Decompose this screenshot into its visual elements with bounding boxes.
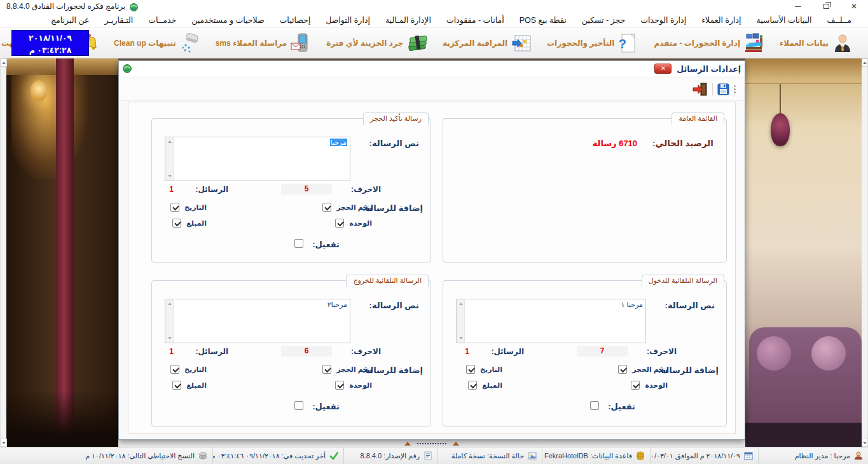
scroll-up-icon[interactable] — [862, 58, 868, 67]
menu-pos[interactable]: نقطة بيع POS — [512, 13, 574, 28]
textarea-scrollbar[interactable] — [165, 299, 174, 343]
checkbox-checked-icon[interactable] — [172, 381, 181, 390]
message-text-label: نص الرسالة: — [665, 301, 715, 310]
checkbox-checked-icon[interactable] — [170, 203, 179, 212]
minimize-button[interactable] — [784, 0, 812, 13]
enable-label: تفعيل: — [312, 402, 340, 411]
checkbox-checked-icon[interactable] — [170, 365, 179, 374]
message-textarea[interactable]: مرحبا٢ — [165, 299, 350, 343]
menu-statistics[interactable]: إحصائيات — [272, 13, 319, 28]
checkbox-checked-icon[interactable] — [618, 365, 627, 374]
scroll-up-icon[interactable] — [1, 58, 7, 67]
checkbox-date[interactable]: التاريخ — [466, 365, 502, 374]
scroll-down-icon[interactable] — [165, 334, 174, 342]
checkbox-booking-number[interactable]: رقم الحجز — [322, 365, 372, 374]
dialog-toolbar — [119, 79, 745, 100]
toolbar-sms-customers[interactable]: مراسلة العملاء sms — [216, 33, 311, 53]
save-button[interactable] — [717, 83, 729, 95]
restore-icon — [823, 4, 829, 9]
menu-units[interactable]: إدارة الوحدات — [633, 13, 694, 28]
checkbox-booking-number[interactable]: رقم الحجز — [322, 203, 372, 212]
toolbar-cleanup-alerts[interactable]: تنبيهات Clean up — [114, 33, 200, 53]
textarea-scrollbar[interactable] — [165, 137, 174, 181]
checkbox-booking-number[interactable]: رقم الحجز — [618, 365, 668, 374]
checkbox-amount[interactable]: المبلغ — [468, 381, 502, 390]
group-general-list: القائمة العامة الرصيد الحالي: 6710 رسالة — [443, 118, 727, 263]
customer-icon — [832, 33, 853, 53]
close-button[interactable]: ✕ — [840, 0, 868, 13]
checkbox-amount[interactable]: المبلغ — [172, 219, 207, 228]
toolbar-treasury-count[interactable]: جرد الخزينة لأي فترة — [326, 33, 427, 53]
menu-file[interactable]: مــلــف — [820, 13, 859, 28]
splitter-arrow-icon — [404, 442, 411, 446]
toolbar-bookings-advanced[interactable]: إدارة الحجوزات - متقدم — [654, 33, 764, 53]
bottom-splitter[interactable] — [118, 440, 745, 447]
toolbar-separator — [712, 83, 713, 95]
toolbar-central-monitoring[interactable]: المراقبة المركزية — [443, 33, 532, 53]
toolbar-delays-bookings[interactable]: ? التأخير والحجوزات — [547, 33, 638, 53]
scroll-down-icon[interactable] — [862, 439, 868, 447]
menu-communication[interactable]: إدارة التواصل — [318, 13, 378, 28]
toolbar-customer-data[interactable]: بيانات العملاء — [780, 33, 853, 53]
maximize-button[interactable] — [812, 0, 840, 13]
scroll-down-icon[interactable] — [165, 172, 174, 180]
enable-checkbox[interactable] — [294, 401, 303, 410]
dialog-close-button[interactable]: ✕ — [654, 64, 672, 74]
checkbox-checked-icon[interactable] — [172, 219, 181, 228]
status-last-update: أخر تحديث في: ٠٩/١١/٢٠١٨ ٠٣:٤١:٤٦ م — [212, 447, 343, 464]
scroll-down-icon[interactable] — [1, 439, 7, 447]
enable-checkbox[interactable] — [590, 401, 599, 410]
menu-finance[interactable]: الإدارة المـالية — [378, 13, 439, 28]
checkbox-checked-icon[interactable] — [322, 365, 331, 374]
application-window: برنامج فكره لحجوزات الفنادق 8.8.4.0 ✕ مـ… — [0, 0, 868, 464]
menu-basic-data[interactable]: البيانات الأساسية — [749, 13, 820, 28]
message-textarea[interactable]: مرحبا — [165, 137, 350, 181]
scroll-up-icon[interactable] — [165, 138, 174, 146]
status-copy-state: حالة النسخة: نسخة كاملة — [437, 447, 542, 464]
exit-button[interactable] — [692, 83, 708, 96]
chars-count: 5 — [281, 184, 332, 194]
checkbox-checked-icon[interactable] — [335, 381, 344, 390]
scroll-up-icon[interactable] — [165, 300, 174, 308]
checkbox-date[interactable]: التاريخ — [170, 365, 207, 374]
scroll-up-icon[interactable] — [457, 300, 465, 308]
left-scrollbar[interactable] — [0, 58, 6, 447]
checkbox-checked-icon[interactable] — [322, 203, 331, 212]
enable-label: تفعيل: — [312, 240, 340, 249]
checkbox-checked-icon[interactable] — [466, 365, 475, 374]
central-monitor-icon — [511, 33, 532, 53]
close-icon: ✕ — [851, 3, 857, 10]
checkbox-unit[interactable]: الوحدة — [335, 381, 372, 390]
messages-count: 1 — [465, 347, 469, 356]
status-database: قاعدة البيانات: FekraHotelDB — [542, 447, 650, 464]
current-date: ٢٠١٨/١١/٠٩ — [12, 32, 88, 44]
checkbox-checked-icon[interactable] — [335, 219, 344, 228]
menu-services[interactable]: خدمــات — [141, 13, 184, 28]
menu-bar: مــلــف البيانات الأساسية إدارة العملاء … — [0, 13, 868, 28]
checkbox-checked-icon[interactable] — [631, 381, 640, 390]
menu-permissions[interactable]: صلاحيات و مستخدمين — [184, 13, 272, 28]
menu-booking[interactable]: حجز - تسكين — [574, 13, 633, 28]
menu-lost-found[interactable]: أمانات - مفقودات — [439, 13, 512, 28]
enable-checkbox[interactable] — [294, 239, 303, 248]
checkbox-unit[interactable]: الوحدة — [335, 219, 372, 228]
checkbox-checked-icon[interactable] — [468, 381, 477, 390]
group-title: رسالة تأكيد الحجز — [363, 113, 429, 125]
checkbox-amount[interactable]: المبلغ — [172, 381, 207, 390]
menu-customers[interactable]: إدارة العملاء — [694, 13, 748, 28]
checkbox-date[interactable]: التاريخ — [170, 203, 207, 212]
status-logged-in-user: مرحبا : مدير النظام — [758, 447, 868, 464]
message-textarea[interactable]: مرحبا ١ — [456, 299, 646, 343]
background-photo-right — [745, 58, 862, 447]
checkbox-unit[interactable]: الوحدة — [631, 381, 668, 390]
scroll-down-icon[interactable] — [457, 334, 465, 342]
menu-about[interactable]: عن البرنامج — [43, 13, 97, 28]
status-current-date: ٢٠١٨/١١/٠٩ م الموافق ١٤٤٠/٠٣/٠١ هـ — [650, 447, 758, 464]
textarea-scrollbar[interactable] — [457, 299, 465, 343]
menu-reports[interactable]: التـقاريـر — [97, 13, 141, 28]
right-scrollbar[interactable] — [862, 58, 868, 447]
group-booking-confirm-message: رسالة تأكيد الحجز نص الرسالة: مرحبا الاح… — [151, 118, 431, 263]
current-time: ٠٣:٤٢:٢٨ م — [12, 44, 88, 57]
toolbar-grip-icon[interactable] — [734, 85, 736, 95]
bed-icon — [744, 33, 764, 53]
